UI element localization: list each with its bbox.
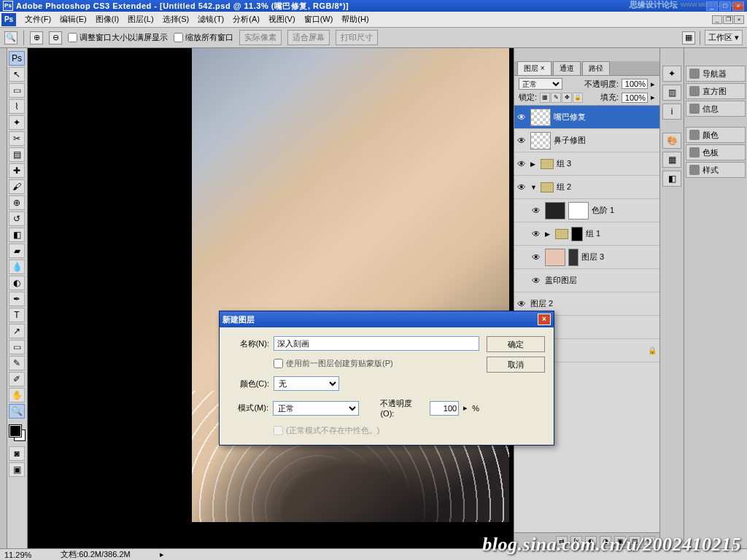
menu-window[interactable]: 窗口(W) [300,12,338,27]
quickmask-tool[interactable]: ◙ [9,446,25,461]
visibility-icon[interactable]: 👁 [532,252,542,262]
heal-tool[interactable]: ✚ [9,163,25,178]
swatch-collapsed-icon[interactable]: ▦ [662,152,681,168]
brush-tool[interactable]: 🖌 [9,179,25,194]
fit-screen-button[interactable]: 适合屏幕 [287,30,330,45]
panel-swatches[interactable]: 色板 [686,144,746,160]
zoom-tool[interactable]: 🔍 [9,404,25,419]
doc-close-button[interactable]: × [734,15,744,24]
lock-icons[interactable]: ▦✎✥🔒 [540,92,584,103]
panel-info[interactable]: 信息 [686,101,746,117]
nav-collapsed-icon[interactable]: ✦ [662,66,681,82]
eraser-tool[interactable]: ◧ [9,228,25,242]
wand-tool[interactable]: ✦ [9,115,25,130]
opacity-value[interactable]: 100% [622,79,648,89]
move-tool[interactable]: ↖ [9,67,25,82]
dialog-titlebar[interactable]: 新建图层 × [220,311,554,327]
zoom-all-checkbox[interactable]: 缩放所有窗口 [174,32,233,43]
menu-filter[interactable]: 滤镜(T) [193,12,228,27]
visibility-icon[interactable]: 👁 [517,136,527,146]
marquee-tool[interactable]: ▭ [9,83,25,98]
layer-3[interactable]: 👁图层 3 [514,246,659,269]
menu-edit[interactable]: 编辑(E) [55,12,91,27]
workspace-dropdown[interactable]: 工作区 ▾ [705,30,743,45]
pen-tool[interactable]: ✒ [9,292,25,306]
options-bar: 🔍 ⊕ ⊖ 调整窗口大小以满屏显示 缩放所有窗口 实际像素 适合屏幕 打印尺寸 … [0,28,747,48]
layer-name-input[interactable] [274,336,479,351]
visibility-icon[interactable]: 👁 [517,182,527,192]
zoom-out-icon[interactable]: ⊖ [49,31,62,44]
mode-select[interactable]: 正常 [273,401,359,416]
menu-image[interactable]: 图像(I) [91,12,123,27]
visibility-icon[interactable]: 👁 [532,229,542,239]
ps-badge: Ps [1,13,16,26]
layer-levels1[interactable]: 👁色阶 1 [514,199,659,222]
style-collapsed-icon[interactable]: ◧ [662,171,681,187]
print-size-button[interactable]: 打印尺寸 [336,30,378,45]
layer-stamp[interactable]: 👁盖印图层 [514,269,659,292]
zoom-in-icon[interactable]: ⊕ [30,31,43,44]
layer-lip-fix[interactable]: 👁嘴巴修复 [514,106,659,129]
ok-button[interactable]: 确定 [487,336,545,352]
visibility-icon[interactable]: 👁 [532,276,542,286]
app-icon: Ps [3,1,13,11]
dialog-close-button[interactable]: × [538,314,551,325]
path-tool[interactable]: ↗ [9,324,25,338]
crop-tool[interactable]: ✂ [9,131,25,146]
group-2[interactable]: 👁▼组 2 [514,176,659,199]
tab-paths[interactable]: 路径 [582,61,610,75]
blend-mode-select[interactable]: 正常 [519,78,562,90]
history-brush-tool[interactable]: ↺ [9,211,25,226]
visibility-icon[interactable]: 👁 [517,159,527,169]
color-swatches[interactable] [9,424,26,445]
menu-layer[interactable]: 图层(L) [123,12,158,27]
zoom-level[interactable]: 11.29% [4,551,31,559]
doc-restore-button[interactable]: ❐ [723,15,733,24]
visibility-icon[interactable]: 👁 [532,206,542,216]
resize-window-checkbox[interactable]: 调整窗口大小以满屏显示 [68,32,168,43]
type-tool[interactable]: T [9,308,25,322]
canvas[interactable] [28,48,514,548]
zoom-tool-icon[interactable]: 🔍 [4,31,18,44]
actual-pixels-button[interactable]: 实际像素 [239,30,282,45]
tab-layers[interactable]: 图层 × [517,61,551,75]
screenmode-tool[interactable]: ▣ [9,462,25,477]
menu-analysis[interactable]: 分析(A) [228,12,264,27]
group-3[interactable]: 👁▶组 3 [514,152,659,176]
visibility-icon[interactable]: 👁 [517,112,527,122]
group-1[interactable]: 👁▶组 1 [514,222,659,246]
panel-navigator[interactable]: 导航器 [686,66,746,82]
foreground-color[interactable] [9,425,21,437]
opacity-input[interactable] [430,401,459,416]
dodge-tool[interactable]: ◐ [9,276,25,290]
gradient-tool[interactable]: ▰ [9,244,25,258]
fill-value[interactable]: 100% [622,93,648,103]
notes-tool[interactable]: ✎ [9,356,25,370]
visibility-icon[interactable]: 👁 [517,299,527,309]
color-collapsed-icon[interactable]: 🎨 [662,133,681,149]
info-collapsed-icon[interactable]: i [662,104,681,120]
panel-color[interactable]: 颜色 [686,127,746,143]
menu-help[interactable]: 帮助(H) [337,12,373,27]
doc-size[interactable]: 文档:60.2M/386.2M [61,549,130,560]
shape-tool[interactable]: ▭ [9,340,25,354]
clip-mask-checkbox[interactable]: 使用前一图层创建剪贴蒙版(P) [274,358,479,369]
go-bridge-icon[interactable]: ▦ [682,31,695,44]
menu-file[interactable]: 文件(F) [20,12,55,27]
panel-styles[interactable]: 样式 [686,162,746,178]
slice-tool[interactable]: ▤ [9,147,25,162]
stamp-tool[interactable]: ⊕ [9,195,25,210]
color-select[interactable]: 无 [274,376,339,391]
lasso-tool[interactable]: ⌇ [9,99,25,114]
menu-select[interactable]: 选择(S) [158,12,194,27]
panel-histogram[interactable]: 直方图 [686,83,746,99]
blur-tool[interactable]: 💧 [9,260,25,274]
tab-channels[interactable]: 通道 [553,61,581,75]
doc-minimize-button[interactable]: _ [712,15,722,24]
hist-collapsed-icon[interactable]: ▥ [662,85,681,101]
cancel-button[interactable]: 取消 [487,357,545,373]
eyedropper-tool[interactable]: ✐ [9,372,25,386]
hand-tool[interactable]: ✋ [9,388,25,402]
menu-view[interactable]: 视图(V) [264,12,300,27]
layer-nose-fix[interactable]: 👁鼻子修图 [514,129,659,152]
